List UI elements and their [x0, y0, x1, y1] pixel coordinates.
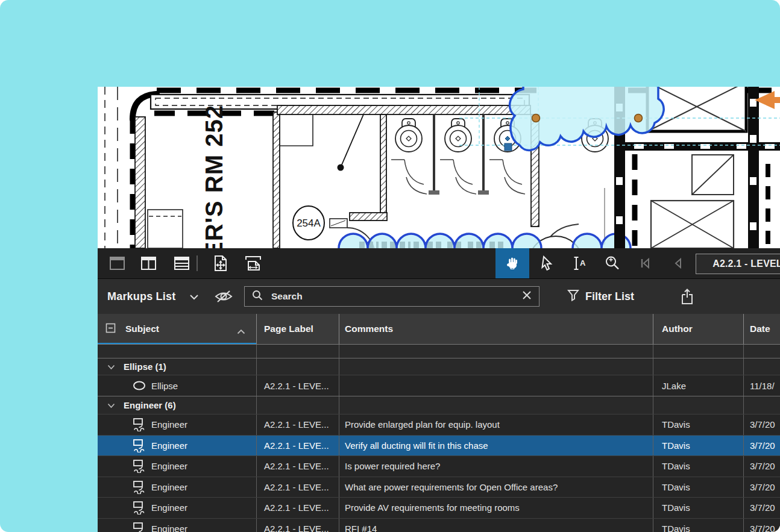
- resize-handle-left[interactable]: [532, 114, 540, 122]
- markups-list-title: Markups List: [107, 290, 175, 303]
- subject-cell: Engineer: [151, 440, 187, 451]
- filter-list-button[interactable]: Filter List: [567, 279, 634, 314]
- group-row-ellipse[interactable]: Ellipse (1): [98, 358, 780, 375]
- author-cell: TDavis: [653, 498, 743, 518]
- date-cell: 3/7/20: [743, 519, 780, 532]
- sort-underline: [98, 343, 256, 344]
- svg-text:A: A: [580, 258, 586, 268]
- page-label-box[interactable]: A2.2.1 - LEVEL: [696, 254, 780, 274]
- collapse-all-icon[interactable]: [105, 323, 116, 336]
- markups-table-body: Ellipse (1) Ellipse A2.2.1 - LEVE... JLa…: [98, 345, 780, 532]
- select-tool-button[interactable]: [535, 248, 559, 278]
- callout-icon: [133, 459, 146, 473]
- subject-cell: Ellipse: [151, 381, 178, 391]
- single-pane-button[interactable]: [105, 248, 129, 278]
- comments-cell: RFI #14: [339, 519, 653, 532]
- markups-list-bar: Markups List Search: [98, 279, 780, 314]
- subject-cell: Engineer: [151, 524, 187, 532]
- subject-cell: Engineer: [151, 461, 187, 471]
- comments-cell: Is power required here?: [339, 456, 653, 477]
- table-row[interactable]: Engineer A2.2.1 - LEVE... Provide enlarg…: [98, 414, 780, 435]
- column-header-subject[interactable]: Subject: [98, 314, 256, 344]
- floor-plan: ER'S RM 252 254A: [98, 87, 780, 248]
- previous-page-icon: [673, 257, 682, 269]
- page-label-text: A2.2.1 - LEVEL: [712, 258, 780, 269]
- fit-document-icon: [213, 255, 228, 272]
- date-cell: 11/18/: [743, 375, 780, 396]
- table-row[interactable]: Engineer A2.2.1 - LEVE... Provide AV req…: [98, 497, 780, 518]
- subject-cell: Engineer: [151, 482, 187, 492]
- page-cell: A2.2.1 - LEVE...: [256, 415, 339, 435]
- author-cell: TDavis: [653, 519, 743, 532]
- toolbar-separator: [197, 255, 198, 271]
- split-vertical-icon: [140, 256, 157, 271]
- table-row[interactable]: Engineer A2.2.1 - LEVE... Is power requi…: [98, 455, 780, 477]
- split-vertical-button[interactable]: [136, 248, 160, 278]
- chevron-down-icon[interactable]: [189, 292, 199, 303]
- comments-cell: Verify all ducting will fit in this chas…: [339, 436, 653, 456]
- page-cell: A2.2.1 - LEVE...: [256, 436, 339, 456]
- split-horizontal-button[interactable]: [169, 248, 193, 278]
- callout-icon: [133, 522, 146, 532]
- sort-ascending-icon[interactable]: [237, 326, 245, 337]
- partial-row: [98, 345, 780, 358]
- export-icon: [680, 288, 694, 305]
- filter-list-label: Filter List: [585, 290, 634, 303]
- chevron-down-icon[interactable]: [107, 400, 115, 410]
- hide-markups-icon[interactable]: [213, 289, 234, 307]
- search-input[interactable]: Search: [244, 286, 539, 307]
- filter-icon: [567, 289, 579, 304]
- room-252-label: ER'S RM 252: [201, 105, 227, 248]
- table-row-selected[interactable]: Engineer A2.2.1 - LEVE... Verify all duc…: [98, 435, 780, 456]
- page-cell: A2.2.1 - LEVE...: [256, 375, 339, 396]
- select-cursor-icon: [540, 255, 555, 271]
- hand-icon: [504, 255, 521, 272]
- first-page-button[interactable]: [634, 248, 656, 278]
- previous-page-button[interactable]: [667, 248, 688, 278]
- zoom-icon: [605, 255, 620, 271]
- drawing-canvas[interactable]: ER'S RM 252 254A: [98, 87, 780, 248]
- ellipse-icon: [133, 381, 146, 390]
- zoom-tool-button[interactable]: [600, 248, 624, 278]
- comments-cell: Provide AV requirements for meeting room…: [339, 498, 653, 518]
- group-row-engineer[interactable]: Engineer (6): [98, 396, 780, 414]
- search-icon: [252, 290, 263, 303]
- column-label: Comments: [345, 324, 393, 334]
- callout-icon: [133, 501, 146, 515]
- date-cell: 3/7/20: [743, 415, 780, 435]
- page-scale-button[interactable]: [241, 248, 265, 278]
- chevron-down-icon[interactable]: [107, 361, 115, 372]
- hand-tool-button[interactable]: [495, 248, 529, 278]
- comments-cell: Provide enlarged plan for equip. layout: [339, 415, 653, 435]
- markups-list-dropdown[interactable]: Markups List: [107, 279, 175, 314]
- search-placeholder: Search: [271, 291, 522, 302]
- column-header-date[interactable]: Date: [743, 314, 780, 344]
- column-header-page-label[interactable]: Page Label: [256, 314, 339, 344]
- table-row[interactable]: Engineer A2.2.1 - LEVE... What are power…: [98, 477, 780, 498]
- resize-handle-right[interactable]: [635, 114, 643, 122]
- anchor-handle-blue[interactable]: [505, 143, 512, 151]
- column-label: Page Label: [264, 324, 313, 334]
- page-cell: A2.2.1 - LEVE...: [256, 456, 339, 477]
- view-toolbar: A: [98, 248, 780, 279]
- table-row[interactable]: Ellipse A2.2.1 - LEVE... JLake 11/18/: [98, 375, 780, 396]
- export-button[interactable]: [680, 288, 694, 307]
- table-row[interactable]: Engineer A2.2.1 - LEVE... RFI #14 TDavis…: [98, 518, 780, 532]
- clear-search-icon[interactable]: [522, 290, 532, 302]
- author-cell: TDavis: [653, 456, 743, 477]
- text-select-icon: A: [571, 255, 588, 271]
- text-select-button[interactable]: A: [568, 248, 592, 278]
- author-cell: TDavis: [653, 415, 743, 435]
- fit-document-button[interactable]: [209, 248, 233, 278]
- author-cell: TDavis: [653, 436, 743, 456]
- column-header-comments[interactable]: Comments: [339, 314, 653, 344]
- page-scale-icon: [245, 255, 262, 272]
- door-tag-254A: 254A: [297, 217, 321, 229]
- page-cell: A2.2.1 - LEVE...: [256, 519, 339, 532]
- app-window: ER'S RM 252 254A: [98, 87, 780, 532]
- date-cell: 3/7/20: [743, 498, 780, 518]
- column-header-author[interactable]: Author: [653, 314, 743, 344]
- column-label: Date: [750, 324, 770, 334]
- page-cell: A2.2.1 - LEVE...: [256, 477, 339, 498]
- first-page-icon: [639, 257, 651, 269]
